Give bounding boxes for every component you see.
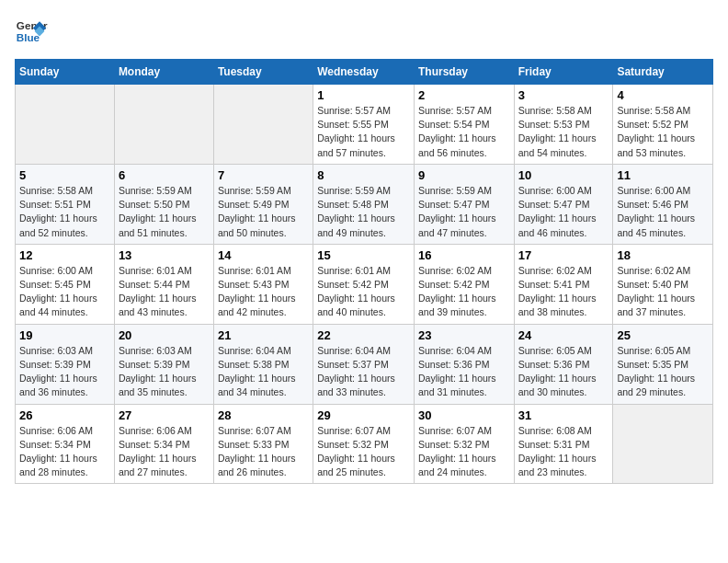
day-number: 15 <box>317 248 410 262</box>
day-info: Sunrise: 6:06 AMSunset: 5:34 PMDaylight:… <box>119 424 210 480</box>
calendar-day: 4Sunrise: 5:58 AMSunset: 5:52 PMDaylight… <box>613 85 713 165</box>
day-info: Sunrise: 6:02 AMSunset: 5:42 PMDaylight:… <box>418 264 510 320</box>
day-info: Sunrise: 6:06 AMSunset: 5:34 PMDaylight:… <box>19 424 110 480</box>
day-number: 4 <box>617 88 709 102</box>
column-header-monday: Monday <box>114 60 213 85</box>
day-info: Sunrise: 5:59 AMSunset: 5:47 PMDaylight:… <box>418 184 510 240</box>
calendar-day: 26Sunrise: 6:06 AMSunset: 5:34 PMDayligh… <box>16 404 115 484</box>
day-info: Sunrise: 5:58 AMSunset: 5:53 PMDaylight:… <box>518 104 609 160</box>
day-number: 24 <box>518 328 609 342</box>
day-info: Sunrise: 6:04 AMSunset: 5:37 PMDaylight:… <box>317 344 410 400</box>
logo: General Blue <box>15 15 55 48</box>
day-info: Sunrise: 6:01 AMSunset: 5:42 PMDaylight:… <box>317 264 410 320</box>
calendar-week-4: 19Sunrise: 6:03 AMSunset: 5:39 PMDayligh… <box>16 324 713 404</box>
day-number: 5 <box>19 168 110 182</box>
calendar-day: 2Sunrise: 5:57 AMSunset: 5:54 PMDaylight… <box>414 85 514 165</box>
calendar-day: 7Sunrise: 5:59 AMSunset: 5:49 PMDaylight… <box>213 164 313 244</box>
day-info: Sunrise: 6:01 AMSunset: 5:43 PMDaylight:… <box>218 264 309 320</box>
calendar-day: 9Sunrise: 5:59 AMSunset: 5:47 PMDaylight… <box>414 164 514 244</box>
day-number: 21 <box>218 328 309 342</box>
day-number: 16 <box>418 248 510 262</box>
day-number: 8 <box>317 168 410 182</box>
day-number: 12 <box>19 248 110 262</box>
calendar-day: 28Sunrise: 6:07 AMSunset: 5:33 PMDayligh… <box>213 404 313 484</box>
calendar-week-1: 1Sunrise: 5:57 AMSunset: 5:55 PMDaylight… <box>16 85 713 165</box>
calendar-day: 24Sunrise: 6:05 AMSunset: 5:36 PMDayligh… <box>514 324 613 404</box>
day-number: 18 <box>617 248 709 262</box>
day-info: Sunrise: 6:01 AMSunset: 5:44 PMDaylight:… <box>119 264 210 320</box>
calendar-day: 23Sunrise: 6:04 AMSunset: 5:36 PMDayligh… <box>414 324 514 404</box>
logo-icon: General Blue <box>15 15 48 48</box>
calendar-week-2: 5Sunrise: 5:58 AMSunset: 5:51 PMDaylight… <box>16 164 713 244</box>
day-info: Sunrise: 5:59 AMSunset: 5:50 PMDaylight:… <box>119 184 210 240</box>
column-header-wednesday: Wednesday <box>313 60 415 85</box>
day-info: Sunrise: 5:59 AMSunset: 5:48 PMDaylight:… <box>317 184 410 240</box>
calendar-day: 15Sunrise: 6:01 AMSunset: 5:42 PMDayligh… <box>313 244 415 324</box>
calendar-week-3: 12Sunrise: 6:00 AMSunset: 5:45 PMDayligh… <box>16 244 713 324</box>
day-info: Sunrise: 6:00 AMSunset: 5:45 PMDaylight:… <box>19 264 110 320</box>
calendar-day: 19Sunrise: 6:03 AMSunset: 5:39 PMDayligh… <box>16 324 115 404</box>
day-info: Sunrise: 5:57 AMSunset: 5:54 PMDaylight:… <box>418 104 510 160</box>
column-header-tuesday: Tuesday <box>213 60 313 85</box>
day-number: 6 <box>119 168 210 182</box>
day-info: Sunrise: 6:05 AMSunset: 5:35 PMDaylight:… <box>617 344 709 400</box>
day-number: 22 <box>317 328 410 342</box>
day-info: Sunrise: 6:02 AMSunset: 5:41 PMDaylight:… <box>518 264 609 320</box>
day-info: Sunrise: 5:58 AMSunset: 5:52 PMDaylight:… <box>617 104 709 160</box>
day-number: 14 <box>218 248 309 262</box>
day-number: 28 <box>218 408 309 422</box>
day-number: 1 <box>317 88 410 102</box>
column-header-thursday: Thursday <box>414 60 514 85</box>
day-number: 3 <box>518 88 609 102</box>
calendar-day <box>16 85 115 165</box>
calendar-day: 30Sunrise: 6:07 AMSunset: 5:32 PMDayligh… <box>414 404 514 484</box>
calendar-day: 1Sunrise: 5:57 AMSunset: 5:55 PMDaylight… <box>313 85 415 165</box>
day-info: Sunrise: 6:07 AMSunset: 5:32 PMDaylight:… <box>418 424 510 480</box>
day-number: 19 <box>19 328 110 342</box>
calendar-day: 13Sunrise: 6:01 AMSunset: 5:44 PMDayligh… <box>114 244 213 324</box>
day-info: Sunrise: 6:03 AMSunset: 5:39 PMDaylight:… <box>119 344 210 400</box>
day-number: 25 <box>617 328 709 342</box>
calendar-day: 12Sunrise: 6:00 AMSunset: 5:45 PMDayligh… <box>16 244 115 324</box>
day-info: Sunrise: 6:04 AMSunset: 5:36 PMDaylight:… <box>418 344 510 400</box>
day-number: 17 <box>518 248 609 262</box>
day-number: 11 <box>617 168 709 182</box>
day-info: Sunrise: 6:08 AMSunset: 5:31 PMDaylight:… <box>518 424 609 480</box>
calendar-day: 18Sunrise: 6:02 AMSunset: 5:40 PMDayligh… <box>613 244 713 324</box>
calendar-day: 14Sunrise: 6:01 AMSunset: 5:43 PMDayligh… <box>213 244 313 324</box>
calendar-day <box>613 404 713 484</box>
calendar-table: SundayMondayTuesdayWednesdayThursdayFrid… <box>15 59 713 484</box>
day-number: 7 <box>218 168 309 182</box>
day-info: Sunrise: 6:00 AMSunset: 5:47 PMDaylight:… <box>518 184 609 240</box>
calendar-day: 22Sunrise: 6:04 AMSunset: 5:37 PMDayligh… <box>313 324 415 404</box>
calendar-day: 31Sunrise: 6:08 AMSunset: 5:31 PMDayligh… <box>514 404 613 484</box>
day-number: 30 <box>418 408 510 422</box>
day-number: 10 <box>518 168 609 182</box>
calendar-day: 20Sunrise: 6:03 AMSunset: 5:39 PMDayligh… <box>114 324 213 404</box>
day-info: Sunrise: 5:59 AMSunset: 5:49 PMDaylight:… <box>218 184 309 240</box>
calendar-day: 11Sunrise: 6:00 AMSunset: 5:46 PMDayligh… <box>613 164 713 244</box>
day-info: Sunrise: 6:02 AMSunset: 5:40 PMDaylight:… <box>617 264 709 320</box>
day-number: 23 <box>418 328 510 342</box>
column-header-sunday: Sunday <box>16 60 115 85</box>
column-header-saturday: Saturday <box>613 60 713 85</box>
calendar-day: 25Sunrise: 6:05 AMSunset: 5:35 PMDayligh… <box>613 324 713 404</box>
calendar-day: 29Sunrise: 6:07 AMSunset: 5:32 PMDayligh… <box>313 404 415 484</box>
calendar-day: 16Sunrise: 6:02 AMSunset: 5:42 PMDayligh… <box>414 244 514 324</box>
day-number: 20 <box>119 328 210 342</box>
day-info: Sunrise: 6:05 AMSunset: 5:36 PMDaylight:… <box>518 344 609 400</box>
day-info: Sunrise: 6:03 AMSunset: 5:39 PMDaylight:… <box>19 344 110 400</box>
day-info: Sunrise: 5:57 AMSunset: 5:55 PMDaylight:… <box>317 104 410 160</box>
day-info: Sunrise: 6:04 AMSunset: 5:38 PMDaylight:… <box>218 344 309 400</box>
column-header-friday: Friday <box>514 60 613 85</box>
day-number: 2 <box>418 88 510 102</box>
day-number: 26 <box>19 408 110 422</box>
calendar-day: 17Sunrise: 6:02 AMSunset: 5:41 PMDayligh… <box>514 244 613 324</box>
calendar-day <box>114 85 213 165</box>
day-number: 9 <box>418 168 510 182</box>
day-number: 27 <box>119 408 210 422</box>
calendar-day: 5Sunrise: 5:58 AMSunset: 5:51 PMDaylight… <box>16 164 115 244</box>
calendar-day: 8Sunrise: 5:59 AMSunset: 5:48 PMDaylight… <box>313 164 415 244</box>
calendar-day: 21Sunrise: 6:04 AMSunset: 5:38 PMDayligh… <box>213 324 313 404</box>
day-number: 29 <box>317 408 410 422</box>
